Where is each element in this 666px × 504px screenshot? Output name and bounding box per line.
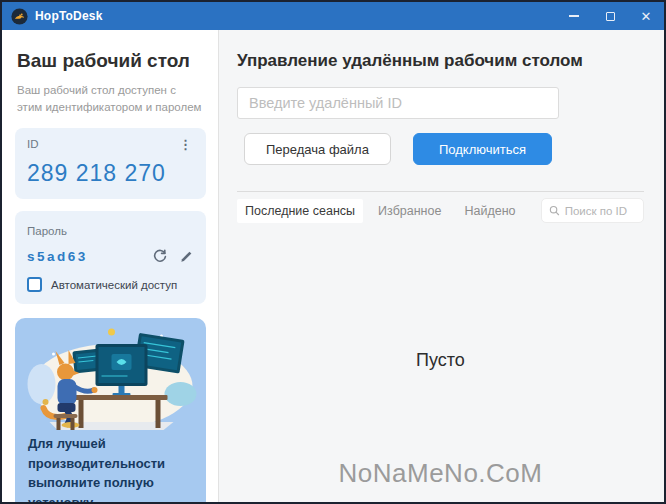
empty-state-text: Пусто xyxy=(237,350,644,371)
connect-button[interactable]: Подключиться xyxy=(413,133,552,165)
tab-favorites[interactable]: Избранное xyxy=(370,199,449,223)
sidebar-subtitle: Ваш рабочий стол доступен с этим идентиф… xyxy=(17,82,204,115)
main-panel: Управление удалённым рабочим столом Пере… xyxy=(219,30,664,502)
maximize-icon xyxy=(606,12,615,21)
password-value[interactable]: s5ad63 xyxy=(27,249,88,264)
app-logo-icon xyxy=(11,8,28,25)
remote-id-input[interactable] xyxy=(237,87,559,119)
search-id-input[interactable] xyxy=(565,205,636,217)
app-body: Ваш рабочий стол Ваш рабочий стол доступ… xyxy=(2,30,664,502)
password-card: Пароль s5ad63 xyxy=(15,211,206,304)
window-title: HopToDesk xyxy=(35,9,103,23)
kebab-menu-icon[interactable]: ⋮ xyxy=(177,138,194,151)
tab-discovered[interactable]: Найдено xyxy=(456,199,523,223)
app-window: HopToDesk ✕ Ваш рабочий стол Ваш рабочий… xyxy=(0,0,666,504)
id-card: ID ⋮ 289 218 270 xyxy=(15,128,206,199)
tab-recent-sessions[interactable]: Последние сеансы xyxy=(237,199,363,223)
watermark-text: NoNaMeNo.CoM xyxy=(237,458,644,489)
maximize-button[interactable] xyxy=(592,2,628,30)
auto-access-checkbox[interactable] xyxy=(27,277,42,292)
id-label: ID xyxy=(27,138,39,150)
install-promo-text: Для лучшей производительности выполните … xyxy=(28,434,193,502)
minimize-icon xyxy=(569,15,579,17)
main-heading: Управление удалённым рабочим столом xyxy=(237,51,644,71)
minimize-button[interactable] xyxy=(556,2,592,30)
auto-access-label: Автоматический доступ xyxy=(51,279,177,291)
search-icon xyxy=(549,204,560,217)
sidebar: Ваш рабочий стол Ваш рабочий стол доступ… xyxy=(2,30,219,502)
edit-password-icon[interactable] xyxy=(179,249,194,264)
search-box[interactable] xyxy=(541,198,644,223)
close-button[interactable]: ✕ xyxy=(628,2,664,30)
password-label: Пароль xyxy=(27,225,67,237)
sidebar-heading: Ваш рабочий стол xyxy=(17,50,204,72)
window-controls: ✕ xyxy=(556,2,664,30)
device-id-value[interactable]: 289 218 270 xyxy=(27,160,194,187)
auto-access-row[interactable]: Автоматический доступ xyxy=(27,277,194,292)
action-buttons: Передача файла Подключиться xyxy=(237,133,559,165)
kangaroo-illustration xyxy=(15,318,206,430)
close-icon: ✕ xyxy=(641,10,652,23)
refresh-password-icon[interactable] xyxy=(152,248,168,264)
titlebar: HopToDesk ✕ xyxy=(2,2,664,30)
install-promo-card: Для лучшей производительности выполните … xyxy=(15,318,206,502)
session-list-area: Пусто NoNaMeNo.CoM xyxy=(237,228,644,502)
tabbar: Последние сеансы Избранное Найдено xyxy=(237,192,644,228)
file-transfer-button[interactable]: Передача файла xyxy=(244,133,391,165)
